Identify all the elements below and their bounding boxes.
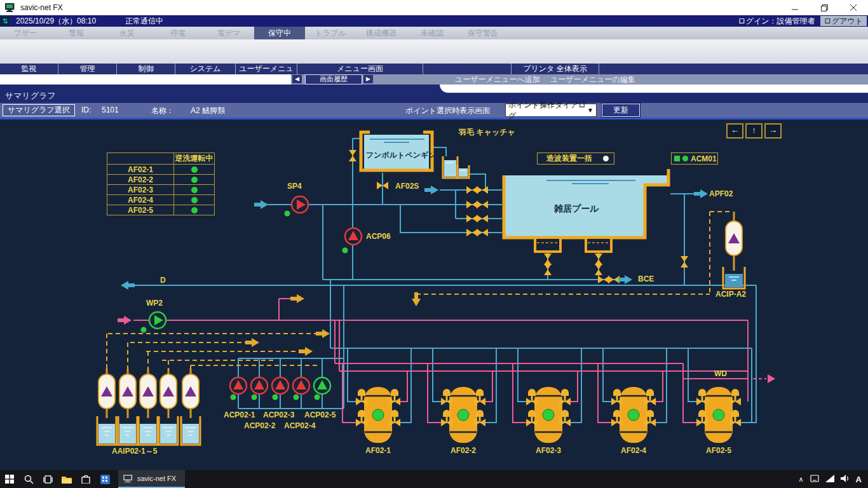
id-label: ID: [81,105,91,114]
acp02-1-label: ACP02-1 [224,410,255,419]
wp2-label: WP2 [146,299,163,308]
penguin-tank-label: フンボルトペンギン [366,150,437,161]
system-tray: ∧ A [799,473,868,485]
pump-wp2[interactable] [149,312,166,329]
tab-power-failure[interactable]: 停電 [153,27,203,39]
aaip-group-label: AAIP02-1～5 [112,446,157,457]
apf02-label: APF02 [709,189,733,198]
tab-maintenance[interactable]: 保守中 [254,27,305,39]
summary-graph-control-bar: サマリグラフ選択 ID: 5101 名称： A2 鰭脚類 ポイント選択時表示画面… [0,103,868,119]
backwash-header: 逆洗運転中 [174,153,215,165]
taskbar-app-savic-net-fx[interactable]: savic-net FX [118,470,185,488]
af02-filter-tanks[interactable] [364,387,733,443]
tab-fire[interactable]: 火災 [102,27,153,39]
add-to-user-menu-button[interactable]: ユーザーメニューへ追加 [455,74,540,85]
pump-acp02-4[interactable] [293,377,309,394]
acp06-label: ACP06 [366,232,391,241]
maximize-button[interactable] [810,0,839,15]
sub-menu-bar: ◀ 画面履歴 ▶ ユーザーメニューへ追加 ユーザーメニューの編集 [0,74,868,85]
pump-acp02-1[interactable] [230,377,247,394]
network-icon[interactable] [825,473,834,485]
acip-a2-injector[interactable] [723,221,745,288]
sp4-label: SP4 [287,182,302,191]
folder-icon [62,475,72,484]
menu-manage[interactable]: 管理 [58,64,117,74]
af02-2-label: AF02-2 [445,446,481,455]
acp02-4-label: ACP02-4 [284,421,315,430]
menu-monitor[interactable]: 監視 [0,64,58,74]
table-row: AF02-3 [107,185,215,195]
acp02-3-label: ACP02-3 [263,410,294,419]
screen-history-button[interactable]: 画面履歴 [305,74,362,85]
store-button[interactable] [76,470,95,488]
search-button[interactable] [19,470,38,488]
close-icon [850,4,857,11]
sub-menu-slate: ◀ 画面履歴 ▶ ユーザーメニューへ追加 ユーザーメニューの編集 [291,74,868,85]
app-monitor-icon [123,475,133,483]
summary-graph-diagram: 逆洗運転中 AF02-1 AF02-2 AF02-3 AF02-4 AF02-5… [0,119,868,470]
minimize-button[interactable] [780,0,810,15]
status-bar: ⇅ 2025/10/29（水）08:10 正常通信中 ログイン：設備管理者 ログ… [0,15,868,27]
pump-sp4[interactable] [292,196,308,213]
tab-trouble[interactable]: トラブル [305,27,356,39]
wave-device-batch-control[interactable]: 造波装置一括 [537,152,614,165]
pumps[interactable] [149,196,362,394]
ime-indicator[interactable]: A [856,475,862,484]
task-view-icon [43,475,53,484]
volume-icon[interactable] [841,473,850,485]
close-button[interactable] [839,0,868,15]
menu-printer-fullview[interactable]: プリンタ 全体表示 [512,64,599,74]
store-bag-icon [81,475,90,484]
table-row: AF02-4 [107,195,215,205]
tray-tablet-icon[interactable] [810,473,819,485]
logout-button[interactable]: ログアウト [820,16,867,26]
pool-label: 雑居プール [554,203,599,215]
file-explorer-button[interactable] [57,470,76,488]
acm01-monitor[interactable]: ACM01 [671,152,718,165]
run-indicator [191,207,198,214]
name-value: A2 鰭脚類 [191,105,225,116]
feather-catcher-tanks[interactable] [443,156,469,178]
alarm-tab-row: ブザー 警報 火災 停電 電デマ 保守中 トラブル 構成機器 未確認 保守警告 [0,27,868,39]
af02-1-label: AF02-1 [360,446,396,455]
tray-expand-chevron[interactable]: ∧ [799,475,804,484]
window-title: savic-net FX [20,3,63,12]
savic-net-fx-window: savic-net FX ⇅ 2025/10/29（水）08:10 正常通信中 … [0,0,868,488]
app-tile-button[interactable] [95,470,114,488]
summary-graph-select-button[interactable]: サマリグラフ選択 [3,104,75,116]
point-dialog-dropdown[interactable]: ポイント操作ダイアログ ▼ [505,104,597,117]
start-button[interactable] [0,470,19,488]
tab-equipment[interactable]: 構成機器 [356,27,407,39]
windows-taskbar: savic-net FX ∧ A [0,470,868,488]
history-prev-button[interactable]: ◀ [292,75,302,83]
pump-acp06[interactable] [345,228,362,245]
run-indicator [191,177,198,183]
edit-user-menu-button[interactable]: ユーザーメニューの編集 [550,74,635,85]
nav-up-button[interactable]: ↑ [745,123,763,139]
af02-4-label: AF02-4 [616,446,651,455]
task-view-button[interactable] [38,470,57,488]
pump-acp02-5[interactable] [314,377,330,394]
tab-alarm[interactable]: 警報 [51,27,102,39]
pump-acp02-2[interactable] [251,377,268,394]
menu-screen[interactable]: メニュー画面 [297,64,423,74]
run-status-dots [141,211,348,400]
tab-unconfirmed[interactable]: 未確認 [407,27,458,39]
menu-control[interactable]: 制御 [117,64,175,74]
update-button[interactable]: 更新 [602,104,640,117]
tab-demand[interactable]: 電デマ [203,27,254,39]
nav-forward-button[interactable]: → [764,123,782,139]
table-corner-cell [107,153,174,165]
dropdown-arrow-icon: ▼ [587,107,593,114]
blue-tile-icon [100,475,110,484]
main-menu-bar: 監視 管理 制御 システム ユーザーメニュー メニュー画面 プリンタ 全体表示 [0,64,868,74]
pump-acp02-3[interactable] [272,377,288,394]
tab-maint-warning[interactable]: 保守警告 [458,27,508,39]
login-user-label: ログイン：設備管理者 [738,16,815,27]
menu-user-menu[interactable]: ユーザーメニュー [236,64,297,74]
nav-back-button[interactable]: ← [726,123,743,139]
feather-catcher-label: 羽毛 キャッチャ [459,127,515,138]
menu-system[interactable]: システム [175,64,236,74]
tab-buzzer[interactable]: ブザー [0,27,51,39]
history-next-button[interactable]: ▶ [363,75,373,83]
